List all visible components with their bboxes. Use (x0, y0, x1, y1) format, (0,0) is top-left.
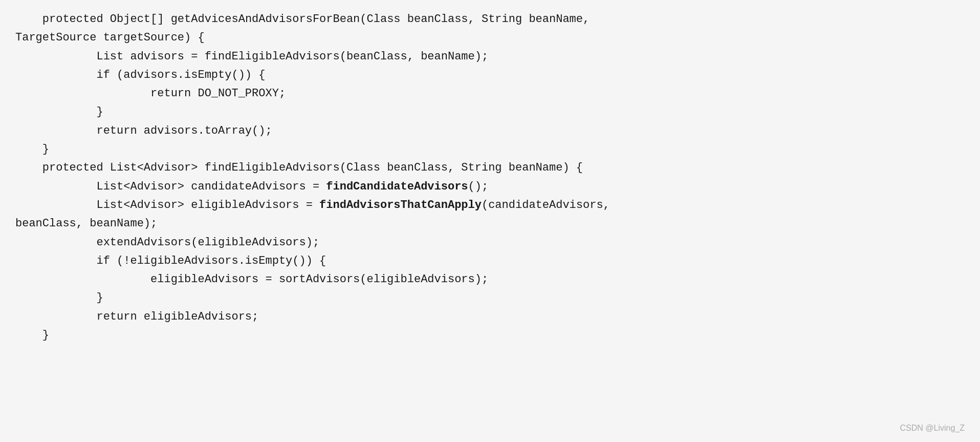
method-findCandidateAdvisors: findCandidateAdvisors (326, 180, 468, 193)
line-14: if (!eligibleAdvisors.isEmpty()) { (15, 255, 326, 267)
line-6: } (15, 106, 103, 118)
line-9: protected List<Advisor> findEligibleAdvi… (15, 161, 583, 174)
code-block: protected Object[] getAdvicesAndAdvisors… (15, 10, 965, 345)
line-18: } (15, 329, 49, 342)
line-17: return eligibleAdvisors; (15, 310, 258, 323)
code-container: protected Object[] getAdvicesAndAdvisors… (0, 0, 980, 442)
line-13: extendAdvisors(eligibleAdvisors); (15, 236, 319, 249)
line-12: beanClass, beanName); (15, 217, 157, 230)
line-15: eligibleAdvisors = sortAdvisors(eligible… (15, 273, 488, 286)
line-7: return advisors.toArray(); (15, 124, 272, 137)
keyword-protected-2: protected (42, 161, 103, 174)
watermark: CSDN @Living_Z (900, 424, 965, 433)
line-10: List<Advisor> candidateAdvisors = findCa… (15, 180, 488, 193)
keyword-protected: protected (42, 13, 103, 26)
line-11: List<Advisor> eligibleAdvisors = findAdv… (15, 199, 610, 212)
line-2: TargetSource targetSource) { (15, 31, 205, 44)
line-4: if (advisors.isEmpty()) { (15, 69, 265, 81)
line-8: } (15, 143, 49, 156)
line-3: List advisors = findEligibleAdvisors(bea… (15, 50, 488, 63)
line-16: } (15, 291, 103, 304)
method-findAdvisorsThatCanApply: findAdvisorsThatCanApply (319, 199, 482, 212)
line-1: protected Object[] getAdvicesAndAdvisors… (15, 13, 590, 26)
line-5: return DO_NOT_PROXY; (15, 87, 286, 100)
